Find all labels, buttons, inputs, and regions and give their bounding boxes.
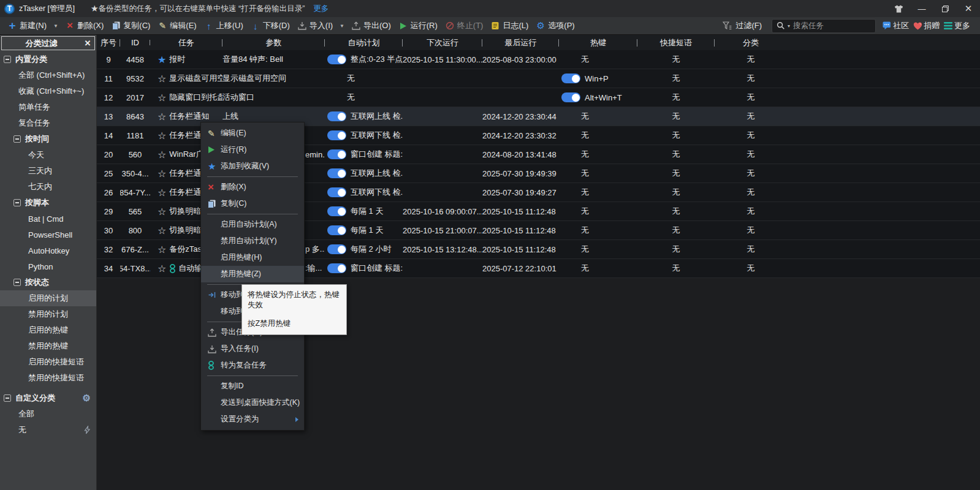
menu-item-10[interactable]: 禁用热键(Z) xyxy=(201,266,304,282)
column-header-4[interactable]: 自动计划 xyxy=(325,37,403,48)
close-button[interactable]: ✕ xyxy=(957,0,980,17)
star-outline-icon[interactable]: ☆ xyxy=(158,187,166,198)
toolbar-button-删除[interactable]: ×删除(X) xyxy=(61,18,107,34)
table-row[interactable]: 122017☆隐藏窗口到托盘活动窗口无Alt+Win+T无无 xyxy=(97,88,980,107)
menu-item-0[interactable]: ✎编辑(E) xyxy=(201,125,304,141)
dropdown-arrow-icon[interactable]: ▼ xyxy=(50,23,61,29)
toggle-on[interactable] xyxy=(327,244,346,254)
star-outline-icon[interactable]: ☆ xyxy=(158,73,166,85)
toggle-on[interactable] xyxy=(327,187,346,197)
star-outline-icon[interactable]: ☆ xyxy=(158,149,166,160)
sidebar-item-5[interactable]: 按时间 xyxy=(0,131,96,147)
titlebar-more-link[interactable]: 更多 xyxy=(313,4,329,14)
column-header-5[interactable]: 下次运行 xyxy=(403,37,482,48)
dropdown-arrow-icon[interactable]: ▼ xyxy=(336,23,348,29)
collapse-icon[interactable] xyxy=(4,56,11,63)
toolbar-button-复制[interactable]: 复制(C) xyxy=(107,18,154,34)
toggle-on[interactable] xyxy=(327,149,346,159)
menu-item-8[interactable]: 禁用自动计划(Y) xyxy=(201,233,304,249)
sidebar-item-23[interactable]: 无 xyxy=(0,422,96,438)
table-row[interactable]: 119532☆显示磁盘可用空...显示磁盘可用空间无Win+P无无 xyxy=(97,69,980,88)
star-outline-icon[interactable]: ☆ xyxy=(158,168,166,179)
sidebar-item-1[interactable]: 全部 (Ctrl+Shift+A) xyxy=(0,67,96,83)
toggle-on[interactable] xyxy=(327,130,346,140)
star-outline-icon[interactable]: ☆ xyxy=(158,92,166,104)
menu-item-20[interactable]: 发送到桌面快捷方式(K) xyxy=(201,394,304,411)
toolbar-button-下移[interactable]: ↓下移(D) xyxy=(247,18,294,34)
sidebar-item-16[interactable]: 禁用的计划 xyxy=(0,306,96,322)
toolbar-button-新建[interactable]: +新建(N) xyxy=(4,18,50,34)
column-header-9[interactable]: 分类 xyxy=(715,37,787,48)
search-input[interactable] xyxy=(792,21,864,31)
toolbar-button-运行[interactable]: 运行(R) xyxy=(395,18,441,34)
toggle-on[interactable] xyxy=(327,111,346,121)
sidebar-close-icon[interactable]: ✕ xyxy=(81,39,94,48)
star-outline-icon[interactable]: ☆ xyxy=(158,244,166,255)
search-dropdown-icon[interactable]: ▾ xyxy=(786,23,792,29)
menu-item-7[interactable]: 启用自动计划(A) xyxy=(201,216,304,233)
sidebar-item-3[interactable]: 简单任务 xyxy=(0,99,96,115)
table-row[interactable]: 94458★报时音量84 钟声: Bell整点:0-23 半点:...2025-… xyxy=(97,50,980,69)
toolbar-button-上移[interactable]: ↑上移(U) xyxy=(200,18,247,34)
donate-button[interactable]: 捐赠 xyxy=(922,18,943,34)
toggle-on[interactable] xyxy=(327,55,346,64)
sidebar-item-14[interactable]: 按状态 xyxy=(0,274,96,290)
toggle-on[interactable] xyxy=(561,92,580,102)
sidebar-item-0[interactable]: 内置分类 xyxy=(0,51,96,67)
star-outline-icon[interactable]: ☆ xyxy=(158,111,166,123)
toolbar-button-选项[interactable]: ⚙选项(P) xyxy=(532,18,578,34)
sidebar-item-11[interactable]: PowserShell xyxy=(0,227,96,243)
collapse-icon[interactable] xyxy=(13,199,21,206)
lightning-icon[interactable] xyxy=(83,426,91,434)
menu-item-16[interactable]: 导入任务(I) xyxy=(201,341,304,357)
toggle-on[interactable] xyxy=(327,206,346,216)
favorite-star-icon[interactable]: ★ xyxy=(158,54,166,66)
sidebar-item-7[interactable]: 三天内 xyxy=(0,163,96,179)
star-outline-icon[interactable]: ☆ xyxy=(158,130,166,141)
sidebar-item-12[interactable]: AutoHotkey xyxy=(0,243,96,258)
sidebar-item-20[interactable]: 禁用的快捷短语 xyxy=(0,370,96,386)
star-outline-icon[interactable]: ☆ xyxy=(158,206,166,217)
menu-item-5[interactable]: 复制(C) xyxy=(201,195,304,212)
toolbar-button-导入[interactable]: 导入(I) xyxy=(294,18,336,34)
menu-item-1[interactable]: 运行(R) xyxy=(201,141,304,158)
column-header-7[interactable]: 热键 xyxy=(559,37,637,48)
toolbar-button-日志[interactable]: 日志(L) xyxy=(487,18,532,34)
menu-item-19[interactable]: 复制ID xyxy=(201,378,304,394)
toggle-on[interactable] xyxy=(561,74,580,83)
sidebar-item-4[interactable]: 复合任务 xyxy=(0,115,96,131)
column-header-6[interactable]: 最后运行 xyxy=(482,37,559,48)
star-outline-icon[interactable]: ☆ xyxy=(158,263,166,274)
theme-shirt-icon[interactable] xyxy=(887,0,910,17)
collapse-icon[interactable] xyxy=(4,394,11,402)
sidebar-item-21[interactable]: 自定义分类⚙ xyxy=(0,390,96,406)
sidebar-item-19[interactable]: 启用的快捷短语 xyxy=(0,354,96,370)
column-header-2[interactable]: 任务 xyxy=(150,37,222,48)
column-header-8[interactable]: 快捷短语 xyxy=(637,37,715,48)
sidebar-item-9[interactable]: 按脚本 xyxy=(0,195,96,211)
sidebar-item-6[interactable]: 今天 xyxy=(0,147,96,163)
sidebar-item-13[interactable]: Python xyxy=(0,258,96,274)
menu-item-2[interactable]: ★添加到收藏(V) xyxy=(201,158,304,175)
sidebar-item-10[interactable]: Bat | Cmd xyxy=(0,211,96,227)
toggle-on[interactable] xyxy=(327,168,346,178)
star-outline-icon[interactable]: ☆ xyxy=(158,225,166,236)
sidebar-item-2[interactable]: 收藏 (Ctrl+Shift+~) xyxy=(0,83,96,99)
sidebar-item-17[interactable]: 启用的热键 xyxy=(0,322,96,338)
toolbar-button-编辑[interactable]: ✎编辑(E) xyxy=(154,18,200,34)
sidebar-item-8[interactable]: 七天内 xyxy=(0,179,96,195)
menu-item-9[interactable]: 启用热键(H) xyxy=(201,249,304,266)
toolbar-button-终止[interactable]: 终止(T) xyxy=(441,18,487,34)
toggle-on[interactable] xyxy=(327,263,346,273)
toggle-on[interactable] xyxy=(327,225,346,235)
collapse-icon[interactable] xyxy=(13,279,21,286)
menu-item-21[interactable]: 设置分类为 xyxy=(201,411,304,428)
sidebar-item-18[interactable]: 禁用的热键 xyxy=(0,338,96,354)
filter-button[interactable]: 过滤(F) xyxy=(732,18,765,34)
maximize-button[interactable] xyxy=(933,0,957,17)
menu-item-4[interactable]: ×删除(X) xyxy=(201,179,304,195)
sidebar-item-22[interactable]: 全部 xyxy=(0,406,96,422)
column-header-3[interactable]: 参数 xyxy=(222,37,325,48)
column-header-0[interactable]: 序号 xyxy=(97,37,120,48)
toolbar-button-导出[interactable]: 导出(O) xyxy=(348,18,395,34)
